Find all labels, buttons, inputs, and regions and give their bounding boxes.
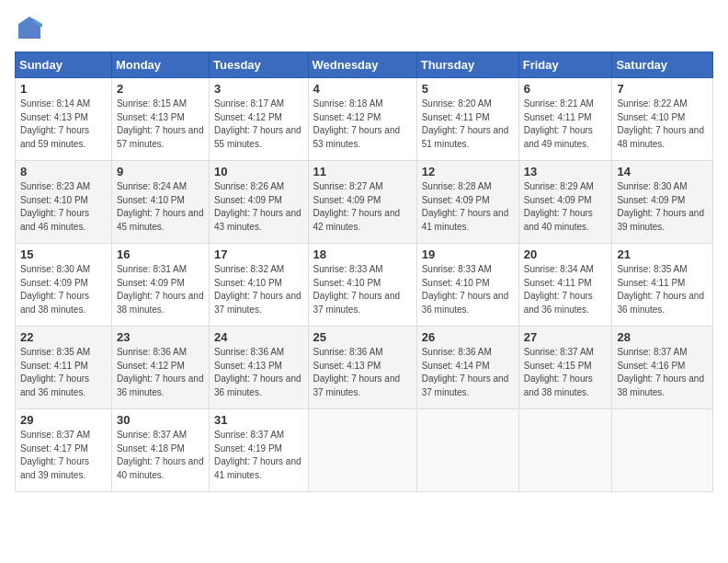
day-info: Sunrise: 8:37 AMSunset: 4:18 PMDaylight:… (117, 430, 204, 480)
header-tuesday: Tuesday (210, 52, 308, 78)
calendar-cell: 22Sunrise: 8:35 AMSunset: 4:11 PMDayligh… (16, 327, 112, 409)
day-info: Sunrise: 8:30 AMSunset: 4:09 PMDaylight:… (20, 264, 90, 315)
calendar-cell: 25Sunrise: 8:36 AMSunset: 4:13 PMDayligh… (308, 327, 416, 409)
calendar-table: SundayMondayTuesdayWednesdayThursdayFrid… (15, 52, 713, 492)
calendar-cell: 1Sunrise: 8:14 AMSunset: 4:13 PMDaylight… (16, 78, 112, 161)
day-number: 22 (20, 330, 107, 344)
header-wednesday: Wednesday (308, 52, 416, 78)
day-info: Sunrise: 8:31 AMSunset: 4:09 PMDaylight:… (117, 264, 204, 315)
day-info: Sunrise: 8:20 AMSunset: 4:11 PMDaylight:… (422, 98, 509, 149)
header-saturday: Saturday (612, 52, 713, 78)
calendar-cell: 15Sunrise: 8:30 AMSunset: 4:09 PMDayligh… (16, 244, 112, 327)
calendar-cell: 4Sunrise: 8:18 AMSunset: 4:12 PMDaylight… (308, 78, 416, 161)
day-number: 11 (313, 165, 412, 178)
day-info: Sunrise: 8:15 AMSunset: 4:13 PMDaylight:… (117, 98, 204, 149)
day-number: 10 (214, 165, 302, 178)
calendar-cell: 29Sunrise: 8:37 AMSunset: 4:17 PMDayligh… (16, 409, 112, 492)
day-number: 31 (214, 413, 302, 427)
calendar-cell: 13Sunrise: 8:29 AMSunset: 4:09 PMDayligh… (518, 161, 612, 244)
calendar-cell: 12Sunrise: 8:28 AMSunset: 4:09 PMDayligh… (416, 161, 518, 244)
header-friday: Friday (518, 52, 612, 78)
calendar-cell: 7Sunrise: 8:22 AMSunset: 4:10 PMDaylight… (612, 78, 713, 161)
header (15, 15, 713, 40)
calendar-cell: 18Sunrise: 8:33 AMSunset: 4:10 PMDayligh… (308, 244, 416, 327)
calendar-cell: 31Sunrise: 8:37 AMSunset: 4:19 PMDayligh… (210, 409, 308, 492)
day-number: 8 (20, 165, 107, 178)
day-info: Sunrise: 8:37 AMSunset: 4:15 PMDaylight:… (524, 347, 594, 397)
day-number: 18 (313, 247, 412, 261)
day-info: Sunrise: 8:26 AMSunset: 4:09 PMDaylight:… (214, 181, 301, 232)
day-info: Sunrise: 8:37 AMSunset: 4:19 PMDaylight:… (214, 430, 301, 480)
calendar-cell: 30Sunrise: 8:37 AMSunset: 4:18 PMDayligh… (111, 409, 209, 492)
calendar-cell: 5Sunrise: 8:20 AMSunset: 4:11 PMDaylight… (416, 78, 518, 161)
day-number: 12 (422, 165, 514, 178)
day-number: 5 (422, 82, 514, 96)
day-info: Sunrise: 8:22 AMSunset: 4:10 PMDaylight:… (617, 98, 704, 149)
day-number: 17 (214, 247, 302, 261)
day-info: Sunrise: 8:30 AMSunset: 4:09 PMDaylight:… (617, 181, 704, 232)
day-number: 6 (524, 82, 608, 96)
calendar-cell: 9Sunrise: 8:24 AMSunset: 4:10 PMDaylight… (111, 161, 209, 244)
day-number: 27 (524, 330, 608, 344)
calendar-cell (308, 409, 416, 492)
day-info: Sunrise: 8:29 AMSunset: 4:09 PMDaylight:… (524, 181, 594, 232)
day-info: Sunrise: 8:33 AMSunset: 4:10 PMDaylight:… (313, 264, 401, 315)
day-number: 21 (617, 247, 708, 261)
day-number: 20 (524, 247, 608, 261)
day-number: 19 (422, 247, 514, 261)
svg-marker-0 (18, 17, 40, 39)
calendar-cell: 23Sunrise: 8:36 AMSunset: 4:12 PMDayligh… (111, 327, 209, 409)
calendar-cell: 8Sunrise: 8:23 AMSunset: 4:10 PMDaylight… (16, 161, 112, 244)
calendar-cell: 28Sunrise: 8:37 AMSunset: 4:16 PMDayligh… (612, 327, 713, 409)
day-info: Sunrise: 8:17 AMSunset: 4:12 PMDaylight:… (214, 98, 301, 149)
week-row-1: 1Sunrise: 8:14 AMSunset: 4:13 PMDaylight… (16, 78, 713, 161)
week-row-2: 8Sunrise: 8:23 AMSunset: 4:10 PMDaylight… (16, 161, 713, 244)
day-info: Sunrise: 8:24 AMSunset: 4:10 PMDaylight:… (117, 181, 204, 232)
day-number: 28 (617, 330, 708, 344)
day-number: 29 (20, 413, 107, 427)
calendar-cell: 10Sunrise: 8:26 AMSunset: 4:09 PMDayligh… (210, 161, 308, 244)
calendar-cell: 2Sunrise: 8:15 AMSunset: 4:13 PMDaylight… (111, 78, 209, 161)
day-info: Sunrise: 8:34 AMSunset: 4:11 PMDaylight:… (524, 264, 594, 315)
day-info: Sunrise: 8:14 AMSunset: 4:13 PMDaylight:… (20, 98, 90, 149)
day-number: 13 (524, 165, 608, 178)
day-info: Sunrise: 8:28 AMSunset: 4:09 PMDaylight:… (422, 181, 509, 232)
day-number: 23 (117, 330, 204, 344)
day-info: Sunrise: 8:33 AMSunset: 4:10 PMDaylight:… (422, 264, 509, 315)
calendar-cell: 3Sunrise: 8:17 AMSunset: 4:12 PMDaylight… (210, 78, 308, 161)
calendar-cell: 16Sunrise: 8:31 AMSunset: 4:09 PMDayligh… (111, 244, 209, 327)
calendar-cell: 24Sunrise: 8:36 AMSunset: 4:13 PMDayligh… (210, 327, 308, 409)
day-number: 4 (313, 82, 412, 96)
day-number: 16 (117, 247, 204, 261)
day-info: Sunrise: 8:32 AMSunset: 4:10 PMDaylight:… (214, 264, 301, 315)
calendar-cell (518, 409, 612, 492)
calendar-cell: 14Sunrise: 8:30 AMSunset: 4:09 PMDayligh… (612, 161, 713, 244)
day-info: Sunrise: 8:37 AMSunset: 4:17 PMDaylight:… (20, 430, 90, 480)
calendar-cell: 6Sunrise: 8:21 AMSunset: 4:11 PMDaylight… (518, 78, 612, 161)
day-info: Sunrise: 8:21 AMSunset: 4:11 PMDaylight:… (524, 98, 594, 149)
week-row-3: 15Sunrise: 8:30 AMSunset: 4:09 PMDayligh… (16, 244, 713, 327)
day-info: Sunrise: 8:36 AMSunset: 4:13 PMDaylight:… (313, 347, 401, 397)
calendar-cell: 19Sunrise: 8:33 AMSunset: 4:10 PMDayligh… (416, 244, 518, 327)
day-info: Sunrise: 8:18 AMSunset: 4:12 PMDaylight:… (313, 98, 401, 149)
day-number: 26 (422, 330, 514, 344)
calendar-cell: 27Sunrise: 8:37 AMSunset: 4:15 PMDayligh… (518, 327, 612, 409)
day-number: 1 (20, 82, 107, 96)
calendar-cell (612, 409, 713, 492)
calendar-cell: 17Sunrise: 8:32 AMSunset: 4:10 PMDayligh… (210, 244, 308, 327)
header-monday: Monday (111, 52, 209, 78)
logo (15, 15, 48, 40)
day-number: 30 (117, 413, 204, 427)
week-row-4: 22Sunrise: 8:35 AMSunset: 4:11 PMDayligh… (16, 327, 713, 409)
day-number: 2 (117, 82, 204, 96)
calendar-cell: 21Sunrise: 8:35 AMSunset: 4:11 PMDayligh… (612, 244, 713, 327)
day-number: 3 (214, 82, 302, 96)
header-sunday: Sunday (16, 52, 112, 78)
day-number: 7 (617, 82, 708, 96)
day-info: Sunrise: 8:37 AMSunset: 4:16 PMDaylight:… (617, 347, 704, 397)
day-info: Sunrise: 8:36 AMSunset: 4:14 PMDaylight:… (422, 347, 509, 397)
days-header-row: SundayMondayTuesdayWednesdayThursdayFrid… (16, 52, 713, 78)
day-number: 14 (617, 165, 708, 178)
day-info: Sunrise: 8:36 AMSunset: 4:13 PMDaylight:… (214, 347, 301, 397)
header-thursday: Thursday (416, 52, 518, 78)
